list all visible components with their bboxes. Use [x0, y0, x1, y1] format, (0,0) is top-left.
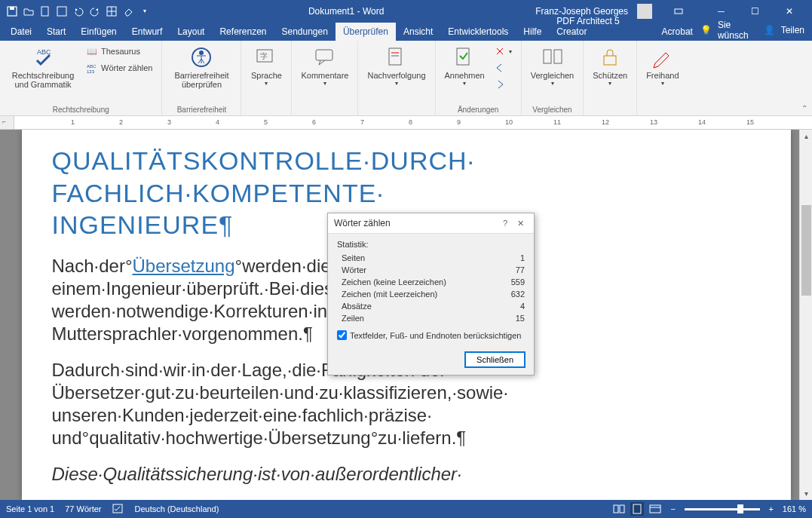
paragraph-3[interactable]: Diese·Qualitätssicherung·ist·von·außeror… — [52, 463, 791, 486]
status-page[interactable]: Seite 1 von 1 — [6, 504, 54, 513]
group-nachverfolgung: Nachverfolgung ▾ — [358, 41, 435, 115]
tab-file[interactable]: Datei — [3, 23, 39, 41]
protect-button[interactable]: Schützen ▾ — [590, 44, 630, 88]
prev-change-button[interactable] — [491, 60, 515, 75]
zoom-thumb[interactable] — [737, 504, 743, 513]
close-icon[interactable]: ✕ — [513, 219, 528, 228]
dialog-title-bar[interactable]: Wörter zählen ? ✕ — [328, 213, 534, 234]
tab-layout[interactable]: Layout — [170, 23, 212, 41]
ruler-mark: 1 — [71, 118, 75, 126]
group-freihand: Freihand ▾ — [637, 41, 688, 115]
compare-button[interactable]: Vergleichen ▾ — [528, 44, 578, 88]
vertical-scrollbar[interactable]: ▴ ▾ — [799, 130, 812, 500]
language-button[interactable]: 字 Sprache ▾ — [247, 44, 285, 88]
svg-rect-16 — [389, 48, 401, 65]
tab-start[interactable]: Start — [39, 23, 73, 41]
table-icon[interactable] — [106, 5, 118, 17]
tell-me-icon[interactable]: 💡 — [700, 25, 712, 35]
tab-references[interactable]: Referenzen — [212, 23, 274, 41]
tab-acrobat[interactable]: Acrobat — [654, 23, 700, 41]
tracking-icon — [385, 45, 409, 69]
accept-button[interactable]: Annehmen ▾ — [442, 44, 488, 88]
tracking-button[interactable]: Nachverfolgung ▾ — [364, 44, 428, 88]
spelling-grammar-button[interactable]: ABC Rechtschreibung und Grammatik — [6, 44, 80, 90]
zoom-out-icon[interactable]: − — [666, 502, 680, 516]
quick-access-toolbar: ▾ — [0, 5, 157, 17]
save-as-icon[interactable] — [56, 5, 68, 17]
status-language[interactable]: Deutsch (Deutschland) — [135, 504, 219, 513]
status-spellcheck-icon[interactable] — [112, 504, 124, 514]
maximize-button[interactable]: ☐ — [738, 0, 772, 22]
chevron-down-icon: ▾ — [463, 80, 466, 87]
share-icon[interactable]: 👤 — [764, 25, 775, 35]
checkbox-input[interactable] — [337, 330, 347, 340]
print-layout-icon[interactable] — [630, 502, 644, 516]
ruler-mark: 2 — [119, 118, 123, 126]
tab-view[interactable]: Ansicht — [396, 23, 440, 41]
ruler-mark: 3 — [167, 118, 171, 126]
ruler-mark: 6 — [312, 118, 316, 126]
include-textboxes-checkbox[interactable]: Textfelder, Fuß- und Endnoten berücksich… — [337, 330, 525, 340]
tab-mailings[interactable]: Sendungen — [274, 23, 336, 41]
ribbon-tabs: Datei Start Einfügen Entwurf Layout Refe… — [0, 22, 812, 41]
word-count-button[interactable]: ABC123Wörter zählen — [83, 60, 155, 75]
ribbon-display-icon[interactable] — [661, 0, 695, 22]
share-text[interactable]: Teilen — [781, 25, 804, 35]
tab-review[interactable]: Überprüfen — [336, 23, 396, 41]
comments-button[interactable]: Kommentare ▾ — [298, 44, 351, 88]
next-change-button[interactable] — [491, 77, 515, 92]
zoom-level[interactable]: 161 % — [783, 504, 806, 513]
svg-rect-27 — [650, 505, 660, 513]
group-kommentare: Kommentare ▾ — [292, 41, 358, 115]
tab-developer[interactable]: Entwicklertools — [440, 23, 516, 41]
close-button[interactable]: Schließen — [465, 352, 525, 367]
status-words[interactable]: 77 Wörter — [65, 504, 101, 513]
help-icon[interactable]: ? — [498, 219, 513, 228]
web-layout-icon[interactable] — [648, 502, 662, 516]
scroll-thumb[interactable] — [801, 205, 811, 296]
ruler-mark: 9 — [457, 118, 461, 126]
ink-button[interactable]: Freihand ▾ — [643, 44, 682, 88]
save-icon[interactable] — [6, 5, 18, 17]
comment-icon — [313, 45, 337, 69]
tab-help[interactable]: Hilfe — [516, 23, 549, 41]
pen-icon — [651, 45, 675, 69]
minimize-button[interactable]: ─ — [704, 0, 738, 22]
accessibility-button[interactable]: Barrierefreiheit überprüfen — [168, 44, 234, 90]
svg-rect-25 — [620, 505, 624, 513]
link-uebersetzung[interactable]: Übersetzung — [132, 256, 234, 276]
tab-insert[interactable]: Einfügen — [73, 23, 124, 41]
ruler-mark: 11 — [553, 118, 561, 126]
tab-pdf-architect[interactable]: PDF Architect 5 Creator — [549, 12, 654, 41]
collapse-ribbon-icon[interactable]: ⌃ — [801, 104, 807, 112]
window-title: Dokument1 - Word — [157, 6, 535, 17]
ruler-mark: 13 — [650, 118, 657, 126]
ruler-mark: 4 — [216, 118, 219, 126]
eraser-icon[interactable] — [122, 5, 134, 17]
tab-design[interactable]: Entwurf — [124, 23, 170, 41]
book-icon: 📖 — [86, 45, 98, 57]
zoom-in-icon[interactable]: + — [765, 502, 778, 516]
check-abc-icon: ABC — [31, 45, 55, 69]
thesaurus-button[interactable]: 📖Thesaurus — [83, 44, 155, 59]
reject-button[interactable]: ▾ — [491, 44, 515, 59]
zoom-slider[interactable] — [685, 508, 760, 510]
horizontal-ruler[interactable]: ⌐ 123456789101112131415 — [0, 116, 812, 130]
svg-text:字: 字 — [260, 52, 268, 60]
tell-me-text[interactable]: Sie wünsch — [718, 20, 758, 41]
group-schuetzen: Schützen ▾ — [584, 41, 637, 115]
scroll-down-icon[interactable]: ▾ — [800, 487, 812, 500]
read-mode-icon[interactable] — [612, 502, 626, 516]
open-icon[interactable] — [23, 5, 35, 17]
scroll-up-icon[interactable]: ▴ — [800, 130, 812, 143]
reject-icon — [494, 45, 506, 57]
undo-icon[interactable] — [72, 5, 84, 17]
new-icon[interactable] — [39, 5, 51, 17]
close-button[interactable]: ✕ — [772, 0, 806, 22]
qat-dropdown-icon[interactable]: ▾ — [139, 5, 151, 17]
redo-icon[interactable] — [89, 5, 101, 17]
stat-row: Wörter77 — [337, 264, 525, 276]
chevron-down-icon: ▾ — [661, 80, 664, 87]
ruler-mark: 7 — [360, 118, 364, 126]
svg-rect-3 — [57, 7, 66, 16]
